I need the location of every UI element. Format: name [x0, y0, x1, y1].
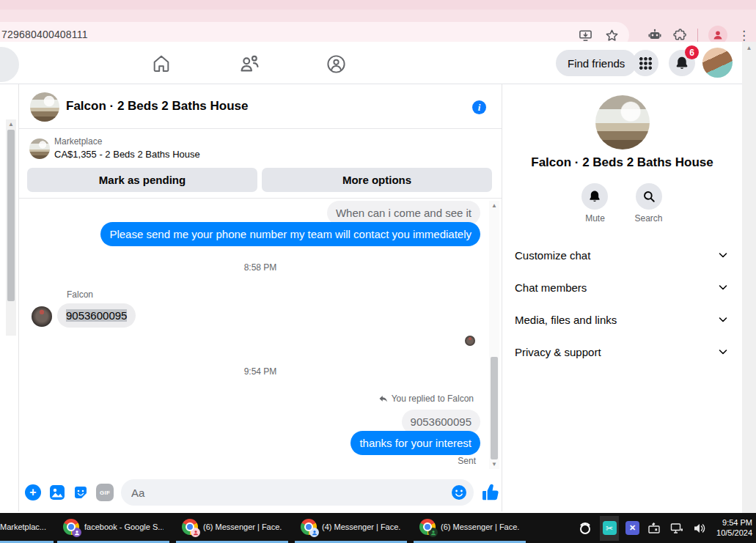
extensions-puzzle-icon[interactable]	[672, 28, 687, 43]
taskbar-item-messenger-6b[interactable]: (6) Messenger | Face...	[414, 513, 526, 543]
chat-column: Falcon · 2 Beds 2 Baths House i Marketpl…	[18, 84, 502, 511]
sidebar-menu: Customize chat Chat members Media, files…	[502, 239, 742, 368]
notifications-button[interactable]: 6	[669, 50, 695, 76]
chat-header: Falcon · 2 Beds 2 Baths House i	[19, 84, 502, 129]
search-button[interactable]: Search	[634, 183, 662, 224]
mute-button[interactable]: Mute	[581, 183, 608, 224]
menu-media-files-links[interactable]: Media, files and links	[502, 303, 742, 336]
menu-customize-chat[interactable]: Customize chat	[502, 239, 742, 271]
conversation-avatar[interactable]	[595, 95, 650, 149]
messenger-home-partial-icon[interactable]	[0, 47, 19, 82]
volume-icon[interactable]	[691, 520, 708, 536]
groups-icon[interactable]	[325, 53, 347, 75]
conversation-title: Falcon · 2 Beds 2 Baths House	[502, 155, 742, 170]
network-icon[interactable]	[669, 520, 685, 536]
listing-avatar[interactable]	[29, 138, 50, 159]
system-tray: ✂ ✕	[577, 513, 708, 543]
incoming-message-bubble: 9053600095	[57, 303, 136, 328]
marketplace-label: Marketplace	[54, 136, 102, 147]
toolbar-divider	[697, 29, 698, 42]
message-composer: + GIF	[19, 473, 502, 511]
taskbar-item-messenger-6a[interactable]: (6) Messenger | Face...	[176, 513, 288, 543]
chrome-icon	[63, 519, 79, 535]
selected-text: 9053600095	[66, 309, 127, 322]
apps-menu-button[interactable]	[632, 50, 658, 76]
facebook-nav: Find friends 6	[0, 42, 756, 84]
chevron-down-icon	[717, 281, 729, 293]
mute-label: Mute	[585, 213, 605, 224]
sticker-icon[interactable]	[72, 484, 89, 501]
attach-plus-icon[interactable]: +	[25, 484, 41, 500]
timestamp: 8:58 PM	[19, 262, 502, 273]
chevron-down-icon	[717, 346, 729, 358]
chevron-down-icon	[717, 314, 729, 325]
reply-label-row: You replied to Falcon	[378, 394, 474, 404]
reply-arrow-icon	[378, 394, 388, 404]
chrome-icon	[182, 519, 198, 535]
browser-toolbar: 729680400408111 ⋮	[0, 10, 756, 42]
bell-icon	[588, 190, 601, 203]
chat-title: Falcon · 2 Beds 2 Baths House	[66, 99, 248, 114]
url-text[interactable]: 729680400408111	[1, 29, 88, 40]
menu-privacy-support[interactable]: Privacy & support	[502, 336, 742, 368]
timestamp: 9:54 PM	[19, 366, 502, 377]
browser-menu-icon[interactable]: ⋮	[738, 29, 750, 42]
seen-indicator-avatar	[465, 336, 475, 346]
notification-badge: 6	[685, 45, 699, 59]
listing-title: CA$1,355 - 2 Beds 2 Baths House	[54, 149, 200, 160]
taskbar-clock[interactable]: 9:54 PM 10/5/2024	[716, 517, 752, 538]
scroll-up-arrow-icon[interactable]: ▲	[742, 42, 756, 53]
like-thumb-icon[interactable]	[481, 482, 502, 503]
profile-avatar[interactable]	[702, 48, 733, 78]
photo-icon[interactable]	[48, 484, 66, 501]
outgoing-message-bubble: Please send me your phone number my team…	[100, 222, 480, 246]
scroll-up-arrow-icon[interactable]: ▲	[489, 201, 499, 210]
conversation-sidebar: Falcon · 2 Beds 2 Baths House Mute Searc…	[502, 84, 742, 513]
ring-app-icon[interactable]	[577, 520, 593, 536]
mark-as-pending-button[interactable]: Mark as pending	[27, 168, 257, 192]
install-icon[interactable]	[578, 28, 592, 43]
browser-tabstrip	[0, 0, 756, 10]
sender-avatar[interactable]	[32, 306, 52, 327]
search-icon	[642, 190, 656, 203]
outgoing-message-bubble: thanks for your interest	[351, 431, 480, 455]
message-list: When can i come and see it Please send m…	[19, 199, 502, 473]
clock-date: 10/5/2024	[716, 528, 752, 538]
menu-chat-members[interactable]: Chat members	[502, 271, 742, 303]
touch-keyboard-icon[interactable]	[646, 520, 662, 536]
windows-taskbar: Marketplac... facebook - Google S... (6)…	[0, 513, 756, 543]
scrollbar-thumb[interactable]	[7, 130, 15, 301]
taskbar-item-messenger-4[interactable]: (4) Messenger | Face...	[295, 513, 407, 543]
screen: 729680400408111 ⋮	[0, 0, 756, 543]
chrome-icon	[419, 519, 436, 535]
sender-name: Falcon	[67, 289, 93, 300]
message-scrollbar[interactable]: ▲ ▼	[489, 201, 499, 469]
message-input[interactable]	[121, 479, 474, 506]
chevron-down-icon	[717, 249, 729, 261]
more-options-button[interactable]: More options	[262, 168, 492, 192]
taskbar-item-marketplace[interactable]: Marketplac...	[0, 513, 54, 543]
snipping-tool-icon[interactable]: ✂	[600, 516, 619, 541]
scrollbar-thumb[interactable]	[491, 357, 498, 459]
page-scrollbar[interactable]: ▲	[742, 42, 756, 513]
emoji-icon[interactable]	[451, 484, 467, 500]
marketplace-banner: Marketplace CA$1,355 - 2 Beds 2 Baths Ho…	[19, 129, 502, 199]
bookmark-star-icon[interactable]	[604, 28, 619, 43]
conversation-list-scrollbar[interactable]: ▲	[6, 119, 16, 336]
pinwheel-app-icon[interactable]: ✕	[625, 521, 639, 535]
home-icon[interactable]	[150, 53, 172, 75]
clock-time: 9:54 PM	[716, 517, 752, 528]
apps-grid-icon	[639, 57, 652, 70]
friends-icon[interactable]	[238, 53, 260, 75]
robot-extension-icon[interactable]	[647, 28, 662, 43]
reply-label: You replied to Falcon	[392, 394, 474, 404]
gif-icon[interactable]: GIF	[96, 484, 114, 501]
scroll-down-arrow-icon[interactable]: ▼	[489, 459, 499, 469]
search-label: Search	[634, 213, 662, 224]
scroll-up-arrow-icon[interactable]: ▲	[6, 119, 16, 129]
taskbar-item-facebook-search[interactable]: facebook - Google S...	[57, 513, 169, 543]
find-friends-button[interactable]: Find friends	[556, 50, 636, 76]
chat-avatar[interactable]	[30, 92, 59, 122]
info-icon[interactable]: i	[472, 100, 486, 114]
chrome-icon	[301, 519, 317, 535]
